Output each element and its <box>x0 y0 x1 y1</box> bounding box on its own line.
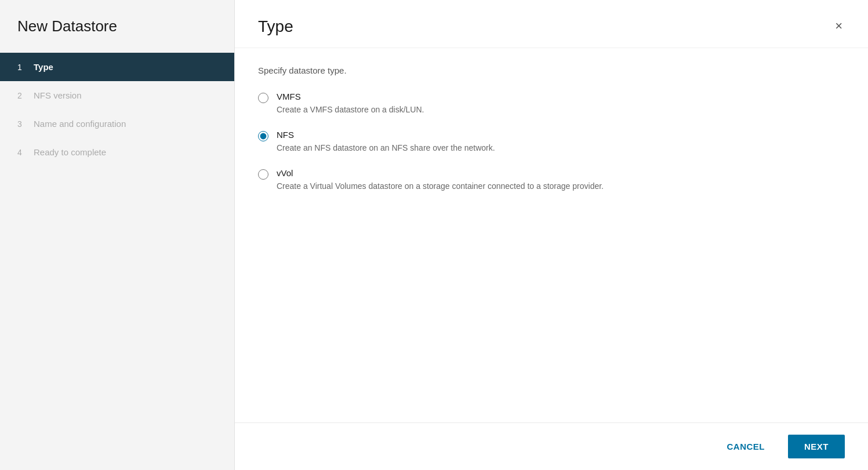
step-number-4: 4 <box>17 148 27 157</box>
main-content: Type × Specify datastore type. VMFS Crea… <box>235 0 868 470</box>
vmfs-label: VMFS <box>277 92 424 101</box>
main-body: Specify datastore type. VMFS Create a VM… <box>235 48 868 422</box>
nfs-description: Create an NFS datastore on an NFS share … <box>277 142 495 154</box>
main-header: Type × <box>235 0 868 48</box>
step-number-3: 3 <box>17 119 27 129</box>
close-button[interactable]: × <box>833 17 845 35</box>
step-label-2: NFS version <box>34 90 82 100</box>
step-number-1: 1 <box>17 63 27 72</box>
cancel-button[interactable]: CANCEL <box>713 436 779 457</box>
sidebar-step-3: 3 Name and configuration <box>0 110 234 138</box>
sidebar-step-2: 2 NFS version <box>0 81 234 110</box>
step-label-3: Name and configuration <box>34 119 126 129</box>
next-button[interactable]: NEXT <box>788 435 845 458</box>
sidebar-step-1: 1 Type <box>0 53 234 81</box>
vmfs-content: VMFS Create a VMFS datastore on a disk/L… <box>277 92 424 116</box>
step-label-4: Ready to complete <box>34 147 106 157</box>
subtitle: Specify datastore type. <box>258 65 845 75</box>
vmfs-radio[interactable] <box>258 93 268 103</box>
vvol-label: vVol <box>277 168 604 178</box>
radio-group: VMFS Create a VMFS datastore on a disk/L… <box>258 92 845 192</box>
vvol-content: vVol Create a Virtual Volumes datastore … <box>277 168 604 192</box>
vvol-radio[interactable] <box>258 169 268 180</box>
main-title: Type <box>258 17 293 36</box>
sidebar-step-4: 4 Ready to complete <box>0 138 234 166</box>
footer: CANCEL NEXT <box>235 422 868 470</box>
vvol-description: Create a Virtual Volumes datastore on a … <box>277 180 604 192</box>
nfs-content: NFS Create an NFS datastore on an NFS sh… <box>277 130 495 154</box>
vmfs-description: Create a VMFS datastore on a disk/LUN. <box>277 104 424 116</box>
step-label-1: Type <box>34 62 53 72</box>
vvol-option[interactable]: vVol Create a Virtual Volumes datastore … <box>258 168 845 192</box>
sidebar-steps: 1 Type 2 NFS version 3 Name and configur… <box>0 53 234 166</box>
nfs-label: NFS <box>277 130 495 140</box>
vmfs-option[interactable]: VMFS Create a VMFS datastore on a disk/L… <box>258 92 845 116</box>
sidebar: New Datastore 1 Type 2 NFS version 3 Nam… <box>0 0 235 470</box>
nfs-radio[interactable] <box>258 131 268 141</box>
step-number-2: 2 <box>17 91 27 100</box>
nfs-option[interactable]: NFS Create an NFS datastore on an NFS sh… <box>258 130 845 154</box>
dialog: New Datastore 1 Type 2 NFS version 3 Nam… <box>0 0 868 470</box>
sidebar-title: New Datastore <box>0 17 234 53</box>
